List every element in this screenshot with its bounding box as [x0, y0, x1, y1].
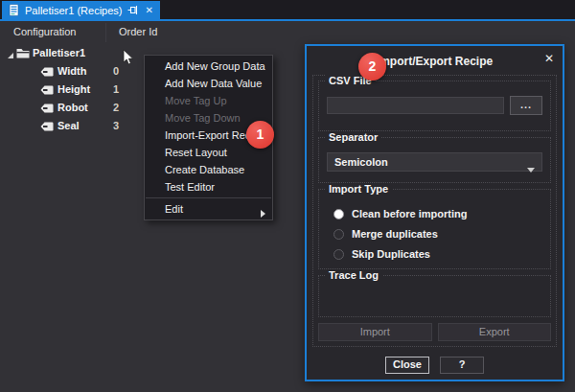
column-order-id[interactable]: Order Id — [119, 26, 157, 37]
csv-file-group: CSV File ... — [318, 81, 551, 131]
annotation-badge-2: 2 — [358, 53, 386, 81]
menu-item-add-new-group-data[interactable]: Add New Group Data — [145, 58, 272, 75]
tag-icon — [40, 85, 54, 97]
separator-selected-value: Semicolon — [334, 156, 388, 168]
separator-label: Separator — [325, 131, 381, 143]
tab-strip: Palletiser1 (Recipes) ✕ — [0, 0, 575, 19]
order-id-value: 2 — [107, 102, 125, 113]
dialog-footer: Close ? — [307, 357, 563, 374]
radio-label: Clean before importing — [352, 208, 467, 219]
dialog-content-group: CSV File ... Separator Semicolon Import … — [312, 75, 557, 347]
tree-label: Palletiser1 — [33, 47, 85, 58]
radio-label: Skip Duplicates — [352, 248, 430, 260]
radio-unselected-icon — [334, 249, 344, 260]
import-type-label: Import Type — [325, 183, 392, 195]
column-divider — [105, 23, 106, 42]
tree-label: Height — [58, 83, 90, 95]
separator-group: Separator Semicolon — [318, 137, 551, 183]
menu-separator — [146, 197, 271, 198]
menu-item-move-tag-up: Move Tag Up — [145, 92, 272, 109]
trace-log-label: Trace Log — [325, 269, 382, 281]
document-tab[interactable]: Palletiser1 (Recipes) ✕ — [2, 1, 160, 19]
column-configuration[interactable]: Configuration — [13, 26, 76, 37]
tab-close-icon[interactable]: ✕ — [145, 5, 152, 15]
dialog-title: Import/Export Recipe — [307, 55, 563, 68]
document-icon — [9, 4, 19, 16]
menu-item-edit[interactable]: Edit — [145, 200, 272, 218]
tab-title: Palletiser1 (Recipes) — [25, 5, 122, 16]
radio-clean-before-importing[interactable]: Clean before importing — [327, 204, 542, 224]
expander-icon[interactable] — [7, 50, 14, 61]
annotation-badge-1: 1 — [246, 121, 274, 149]
export-button[interactable]: Export — [438, 323, 552, 341]
dialog-close-icon[interactable]: ✕ — [544, 52, 554, 65]
radio-skip-duplicates[interactable]: Skip Duplicates — [327, 244, 542, 265]
menu-item-add-new-data-value[interactable]: Add New Data Value — [145, 75, 272, 92]
order-id-value: 1 — [107, 83, 125, 95]
radio-merge-duplicates[interactable]: Merge duplicates — [327, 224, 542, 244]
application-window: Palletiser1 (Recipes) ✕ Configuration Or… — [0, 0, 575, 392]
submenu-arrow-icon — [261, 205, 265, 222]
mouse-cursor — [123, 49, 134, 70]
chevron-down-icon — [527, 160, 535, 177]
trace-log-group: Trace Log — [318, 275, 551, 317]
import-type-group: Import Type Clean before importing Merge… — [318, 189, 551, 269]
tag-icon — [40, 104, 54, 115]
menu-item-test-editor[interactable]: Test Editor — [145, 178, 272, 196]
tag-icon — [40, 122, 54, 133]
tree-column-header: Configuration Order Id — [0, 23, 307, 42]
folder-icon — [16, 48, 30, 60]
tag-icon — [40, 67, 54, 79]
close-button[interactable]: Close — [385, 357, 429, 374]
menu-item-create-database[interactable]: Create Database — [145, 161, 272, 178]
radio-selected-icon — [334, 209, 344, 219]
radio-label: Merge duplicates — [352, 228, 438, 240]
tree-label: Seal — [58, 120, 80, 131]
tree-label: Width — [58, 65, 86, 77]
help-button[interactable]: ? — [440, 357, 484, 374]
radio-unselected-icon — [334, 229, 344, 240]
import-export-recipe-dialog: Import/Export Recipe ✕ 2 CSV File ... Se… — [305, 44, 564, 381]
csv-file-input[interactable] — [327, 97, 504, 114]
pin-icon[interactable] — [127, 5, 139, 15]
tree-label: Robot — [58, 102, 88, 113]
import-export-button-row: Import Export — [318, 323, 551, 341]
order-id-value: 3 — [107, 120, 125, 131]
import-button[interactable]: Import — [318, 323, 432, 341]
menu-item-edit-label: Edit — [165, 203, 183, 215]
browse-button[interactable]: ... — [510, 96, 542, 115]
separator-dropdown[interactable]: Semicolon — [327, 152, 542, 172]
